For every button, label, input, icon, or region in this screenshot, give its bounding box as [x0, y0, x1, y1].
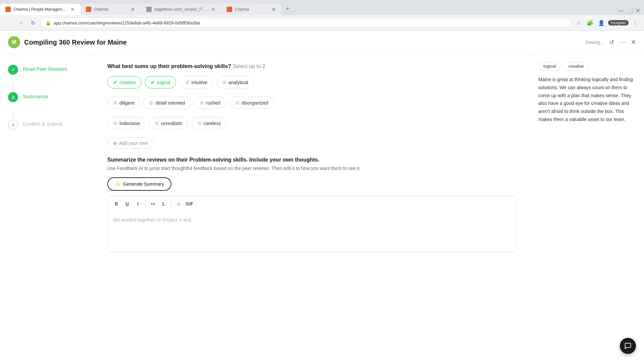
bookmark-button[interactable]: ☆	[574, 18, 583, 27]
window-controls: — ⬜ ✕	[614, 7, 644, 15]
numbered-list-button[interactable]: 1.	[159, 199, 168, 208]
editor-toolbar: B U I •≡ 1. ☺ GIF	[108, 196, 516, 212]
history-icon[interactable]: ↺	[609, 39, 614, 46]
gif-button[interactable]: GIF	[185, 199, 194, 208]
tag-diligent[interactable]: ⊕ diligent	[107, 97, 140, 109]
right-panel: logical creative Maine is great at think…	[530, 54, 644, 362]
app-header: M Compiling 360 Review for Maine Saving.…	[0, 31, 644, 54]
tag-logical[interactable]: ✔ logical	[145, 76, 176, 88]
tag-plus-icon-unrealistic: ⊕	[155, 120, 159, 126]
editor-textarea[interactable]: We worked together on Project X and...	[108, 212, 516, 252]
summarize-section: Summarize the reviews on their Problem-s…	[107, 157, 517, 252]
app-header-left: M Compiling 360 Review for Maine	[8, 36, 127, 48]
address-bar[interactable]: 🔒 app.charma.com/coaching/reviews/1253e8…	[40, 18, 571, 28]
lock-icon: 🔒	[45, 20, 51, 25]
step-item-1: ✓ Read Peer Reviews	[8, 65, 86, 75]
toolbar-divider-2	[171, 200, 171, 207]
step-connector-2	[13, 112, 13, 120]
tag-disorganized[interactable]: ⊕ disorganized	[229, 97, 274, 109]
more-options-icon[interactable]: ⋯	[620, 39, 626, 46]
maximize-button[interactable]: ⬜	[626, 7, 633, 14]
chat-icon	[624, 342, 632, 350]
tag-unrealistic[interactable]: ⊕ unrealistic	[149, 117, 188, 129]
incognito-badge: Incognito	[608, 20, 629, 25]
tab-close-4[interactable]: ✕	[271, 6, 276, 12]
tab-close-1[interactable]: ✕	[70, 6, 75, 12]
generate-icon: ✨	[115, 181, 120, 187]
right-tag-logical: logical	[538, 62, 561, 70]
step-indicator-1: ✓	[8, 65, 18, 75]
tags-container: ✔ creative ✔ logical ⊕ intuitive ⊕ analy…	[107, 76, 517, 88]
saving-status: Saving...	[586, 40, 604, 45]
editor-container: B U I •≡ 1. ☺ GIF We worked together on …	[107, 196, 517, 252]
tab-favicon-3	[146, 7, 152, 12]
new-tab-button[interactable]: +	[282, 3, 293, 15]
tab-title-1: Charma | People Management S...	[13, 7, 67, 12]
select-note: Select up to 2	[232, 63, 265, 69]
step-connector-1	[13, 84, 13, 92]
underline-button[interactable]: U	[122, 199, 132, 208]
profile-button[interactable]: 👤	[597, 18, 606, 27]
extension-button[interactable]: 🧩	[585, 18, 595, 27]
generate-summary-button[interactable]: ✨ Generate Summary	[107, 177, 171, 191]
browser-toolbar: ← → ↻ 🔒 app.charma.com/coaching/reviews/…	[0, 15, 644, 31]
generate-label: Generate Summary	[123, 181, 164, 187]
tab-active[interactable]: Charma | People Management S... ✕	[0, 4, 80, 15]
tag-plus-icon-indecisive: ⊕	[113, 120, 117, 126]
step-item-3: 3 Confirm & Submit	[8, 120, 86, 130]
right-panel-tags: logical creative	[538, 62, 636, 70]
section-question: What best sums up their problem-solving …	[107, 63, 517, 69]
tag-intuitive[interactable]: ⊕ intuitive	[179, 76, 213, 88]
tag-careless[interactable]: ⊕ careless	[192, 117, 227, 129]
tag-check-icon-creative: ✔	[113, 79, 117, 85]
tag-creative[interactable]: ✔ creative	[107, 76, 142, 88]
tab-4[interactable]: Charma ✕	[221, 4, 282, 15]
tag-indecisive[interactable]: ⊕ indecisive	[107, 117, 146, 129]
tag-plus-icon-intuitive: ⊕	[185, 79, 190, 85]
refresh-button[interactable]: ↻	[28, 18, 38, 27]
bold-button[interactable]: B	[112, 199, 121, 208]
chat-bubble-button[interactable]	[620, 338, 636, 354]
back-button[interactable]: ←	[4, 18, 13, 27]
step-item-2: 2 Summarize	[8, 92, 86, 102]
emoji-button[interactable]: ☺	[174, 199, 183, 208]
tab-close-2[interactable]: ✕	[130, 6, 136, 12]
tab-title-3: pageflows.com/_emails/_/7fb5...	[154, 7, 208, 12]
menu-button[interactable]: ⋮	[631, 18, 640, 27]
tag-detail-oriented[interactable]: ⊕ detail oriented	[143, 97, 191, 109]
app-header-right: Saving... ↺ ⋯ ✕	[586, 39, 636, 46]
step-indicator-2: 2	[8, 92, 18, 102]
tag-check-icon-logical: ✔	[151, 79, 155, 85]
add-own-button[interactable]: ⊕ Add your own	[107, 137, 154, 149]
close-window-button[interactable]: ✕	[636, 7, 640, 14]
browser-tabs: Charma | People Management S... ✕ Charma…	[0, 0, 644, 15]
tab-2[interactable]: Charma ✕	[80, 4, 141, 15]
tab-favicon-4	[227, 7, 232, 12]
italic-button[interactable]: I	[133, 199, 143, 208]
app: M Compiling 360 Review for Maine Saving.…	[0, 31, 644, 362]
step-label-2: Summarize	[23, 92, 48, 99]
add-own-icon: ⊕	[113, 140, 117, 146]
tab-title-2: Charma	[94, 7, 127, 12]
tag-plus-icon-diligent: ⊕	[113, 100, 117, 106]
page-title: Compiling 360 Review for Maine	[24, 39, 127, 46]
main-content: ✓ Read Peer Reviews 2 Summarize 3 Confir…	[0, 54, 644, 362]
tab-favicon-2	[86, 7, 91, 12]
main-panel: What best sums up their problem-solving …	[94, 54, 530, 362]
tag-plus-icon-detail: ⊕	[149, 100, 153, 106]
tags-row-2: ⊕ diligent ⊕ detail oriented ⊕ rushed ⊕ …	[107, 97, 517, 109]
bullet-list-button[interactable]: •≡	[148, 199, 158, 208]
toolbar-divider-1	[145, 200, 146, 207]
step-label-3: Confirm & Submit	[23, 120, 62, 127]
right-tag-creative: creative	[564, 62, 589, 70]
tag-rushed[interactable]: ⊕ rushed	[194, 97, 226, 109]
avatar: M	[8, 36, 20, 48]
minimize-button[interactable]: —	[618, 8, 624, 14]
tag-analytical[interactable]: ⊕ analytical	[216, 76, 254, 88]
summarize-hint: Use Feedback AI to jump start thoughtful…	[107, 165, 517, 172]
close-panel-icon[interactable]: ✕	[631, 39, 636, 46]
toolbar-actions: ☆ 🧩 👤 Incognito ⋮	[574, 18, 640, 27]
forward-button[interactable]: →	[16, 18, 25, 27]
tab-close-3[interactable]: ✕	[211, 6, 216, 12]
tab-3[interactable]: pageflows.com/_emails/_/7fb5... ✕	[141, 4, 221, 15]
